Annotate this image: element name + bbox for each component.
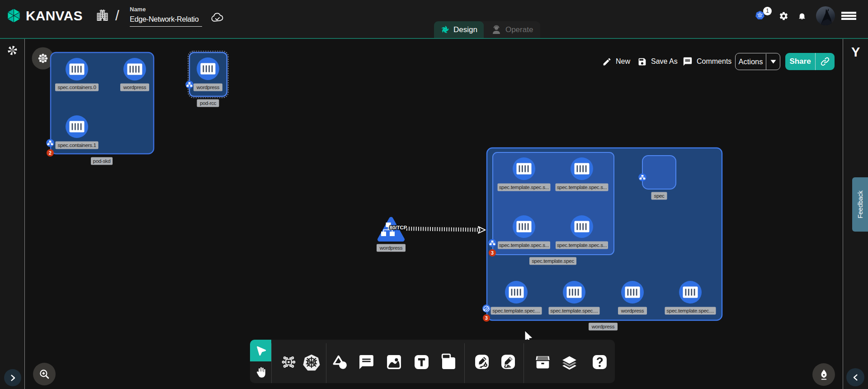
svg-text:spec.template.spec.s...: spec.template.spec.s... bbox=[499, 242, 549, 248]
svg-text:spec.template.spec: spec.template.spec bbox=[532, 258, 574, 264]
svg-text:spec.template.spec.s...: spec.template.spec.s... bbox=[499, 185, 549, 190]
svg-text:wordpress: wordpress bbox=[196, 85, 220, 90]
svg-text:spec.containers.1: spec.containers.1 bbox=[57, 142, 96, 148]
svg-text:spec: spec bbox=[654, 193, 665, 199]
svg-text:wordpress: wordpress bbox=[621, 308, 644, 313]
svg-text:pod-rcc: pod-rcc bbox=[200, 100, 217, 106]
svg-text:wordpress: wordpress bbox=[123, 85, 146, 90]
svg-text:80/TCP: 80/TCP bbox=[390, 225, 407, 230]
svg-text:pod-skd: pod-skd bbox=[93, 158, 111, 164]
svg-text:3: 3 bbox=[491, 250, 494, 256]
svg-text:spec.template.spec....: spec.template.spec.... bbox=[492, 308, 540, 313]
svg-text:spec.template.spec....: spec.template.spec.... bbox=[550, 308, 598, 313]
svg-text:2: 2 bbox=[49, 150, 52, 156]
svg-text:spec.containers.0: spec.containers.0 bbox=[57, 85, 96, 90]
svg-text:3: 3 bbox=[485, 315, 488, 321]
svg-text:wordpress: wordpress bbox=[379, 245, 403, 251]
svg-text:spec.template.spec....: spec.template.spec.... bbox=[666, 308, 714, 313]
svg-text:spec.template.spec.s...: spec.template.spec.s... bbox=[557, 185, 607, 190]
svg-text:spec.template.spec.s...: spec.template.spec.s... bbox=[557, 242, 607, 248]
svg-text:wordpress: wordpress bbox=[591, 324, 615, 329]
